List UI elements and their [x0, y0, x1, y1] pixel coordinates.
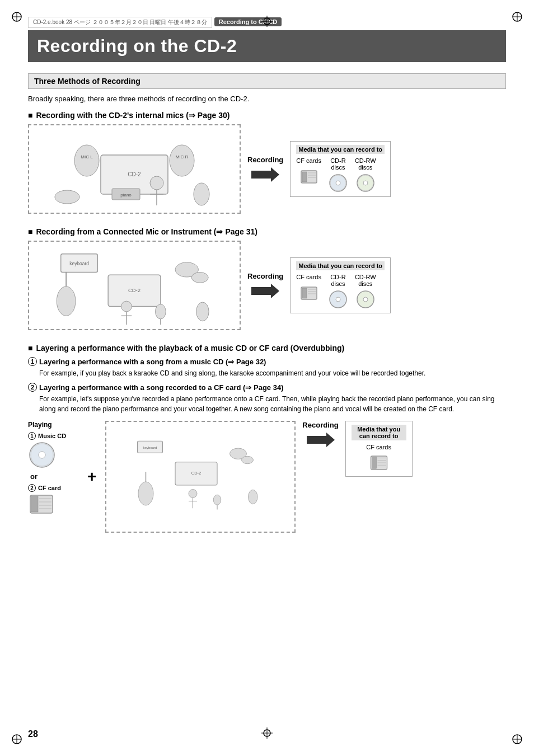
svg-text:MIC R: MIC R	[176, 154, 189, 159]
method2-media-items: CF cards CD-Rdiscs	[296, 274, 385, 309]
cdrw2-label: CD-RWdiscs	[355, 274, 376, 287]
svg-text:keyboard: keyboard	[143, 446, 157, 449]
svg-marker-54	[251, 284, 279, 298]
svg-text:keyboard: keyboard	[69, 261, 89, 266]
svg-point-61	[336, 297, 340, 302]
svg-text:CD-2: CD-2	[191, 471, 202, 476]
cf-card-label: CF card	[38, 485, 61, 491]
media-item-cf3: CF cards	[366, 444, 391, 473]
method1-arrow-icon	[251, 166, 279, 183]
section-heading: Three Methods of Recording	[28, 73, 506, 89]
overdub-media-box: Media that youcan record to CF cards	[345, 421, 413, 477]
playing-music-cd: 1 Music CD	[28, 432, 66, 469]
intro-text: Broadly speaking, there are three method…	[28, 95, 506, 103]
reg-mark-tl	[10, 10, 24, 24]
method1-media-items: CF cards CD-Rdiscs	[296, 157, 385, 193]
music-cd-label: Music CD	[38, 433, 66, 439]
method3-sub1-text: For example, if you play back a karaoke …	[39, 368, 506, 378]
main-title: Recording on the CD-2	[28, 30, 506, 62]
media-item-cdrw: CD-RWdiscs	[355, 157, 376, 193]
overdub-media-items: CF cards	[352, 444, 406, 473]
cf-card-icon2	[299, 283, 319, 303]
method1-heading: Recording with the CD-2's internal mics …	[28, 111, 506, 120]
svg-point-83	[249, 490, 258, 504]
svg-text:piano: piano	[120, 192, 132, 198]
method1-media-title: Media that you can record to	[296, 145, 385, 154]
method2-illustration: keyboard CD-2	[28, 241, 241, 330]
svg-point-48	[156, 304, 166, 319]
overdub-layout: Playing 1 Music CD or 2 CF card	[28, 421, 506, 533]
method3-sub1: 1 Layering a performance with a song fro…	[28, 357, 506, 378]
svg-marker-28	[251, 167, 279, 182]
svg-point-63	[363, 297, 368, 302]
svg-point-46	[57, 287, 76, 316]
method3-sub2-num: 2	[28, 383, 37, 392]
svg-point-35	[336, 181, 340, 185]
method1-block: CD-2 MIC L MIC R piano	[28, 124, 506, 214]
overdub-arrow-icon	[307, 431, 335, 448]
cf-card-icon3	[369, 453, 389, 473]
reg-mark-tr	[510, 10, 524, 24]
svg-point-17	[74, 145, 99, 176]
or-label: or	[30, 472, 38, 481]
method3-heading: Layering a performance with the playback…	[28, 344, 506, 353]
method3-sub1-heading: 1 Layering a performance with a song fro…	[28, 357, 506, 366]
svg-point-24	[194, 183, 209, 205]
cdrw-icon	[355, 173, 376, 193]
cdrw-icon2	[355, 289, 376, 309]
svg-point-65	[39, 452, 45, 458]
meta-line: CD-2.e.book 28 ページ ２００５年２月２０日 日曜日 午後４時２８…	[28, 17, 212, 28]
svg-point-51	[121, 301, 132, 312]
media-item-cf: CF cards	[296, 157, 321, 186]
cf2-label: CF cards	[296, 274, 321, 280]
crosshair-top	[261, 16, 273, 29]
method3-sub1-num: 1	[28, 357, 37, 366]
crosshair-bottom	[261, 727, 273, 740]
media-item-cf2: CF cards	[296, 274, 321, 303]
cd-num: 1	[28, 432, 36, 440]
svg-text:CD-2: CD-2	[128, 288, 140, 293]
overdub-svg: keyboard CD-2	[106, 435, 294, 519]
cdr2-label: CD-Rdiscs	[330, 274, 346, 287]
svg-point-25	[150, 176, 163, 190]
svg-point-45	[191, 273, 208, 283]
svg-point-78	[242, 456, 254, 464]
method1-illustration: CD-2 MIC L MIC R piano	[28, 124, 241, 214]
overdub-media-title: Media that youcan record to	[352, 425, 406, 440]
cf-label: CF cards	[296, 157, 321, 164]
method2-arrow-icon	[251, 283, 279, 299]
method2-media-title: Media that you can record to	[296, 261, 385, 270]
svg-point-19	[170, 145, 194, 176]
cf3-label: CF cards	[366, 444, 391, 450]
svg-point-79	[138, 482, 153, 505]
page-wrapper: CD-2.e.book 28 ページ ２００５年２月２０日 日曜日 午後４時２８…	[0, 0, 534, 756]
playing-column: Playing 1 Music CD or 2 CF card	[28, 421, 78, 515]
svg-rect-89	[372, 457, 377, 469]
method1-arrow-block: Recording	[247, 156, 283, 183]
overdub-arrow-label: Recording	[302, 421, 338, 429]
method1-svg: CD-2 MIC L MIC R piano	[34, 127, 235, 211]
method3-sub2-heading: 2 Layering a performance with a song rec…	[28, 383, 506, 392]
method2-media-box: Media that you can record to CF cards CD…	[290, 257, 391, 313]
reg-mark-br	[510, 732, 524, 746]
method2-arrow-block: Recording	[247, 272, 283, 299]
music-cd-icon	[28, 441, 56, 469]
cdrw-label: CD-RWdiscs	[355, 157, 376, 171]
svg-rect-30	[302, 172, 307, 182]
svg-point-84	[189, 490, 197, 498]
svg-point-23	[55, 190, 79, 204]
svg-point-50	[196, 302, 209, 321]
plus-sign: +	[87, 468, 96, 486]
svg-text:MIC L: MIC L	[81, 154, 93, 159]
playing-cf-card: 2 CF card	[28, 484, 61, 515]
cdr-label: CD-Rdiscs	[330, 157, 346, 171]
method2-heading: Recording from a Connected Mic or Instru…	[28, 227, 506, 236]
method2-svg: keyboard CD-2	[34, 243, 235, 327]
overdub-illustration: keyboard CD-2	[105, 421, 296, 533]
svg-marker-87	[307, 433, 335, 447]
svg-point-38	[363, 181, 368, 185]
method3-sub2-text: For example, let's suppose you've record…	[39, 394, 506, 414]
svg-rect-68	[31, 496, 38, 512]
svg-rect-56	[302, 288, 307, 298]
media-item-cdr: CD-Rdiscs	[328, 157, 348, 193]
